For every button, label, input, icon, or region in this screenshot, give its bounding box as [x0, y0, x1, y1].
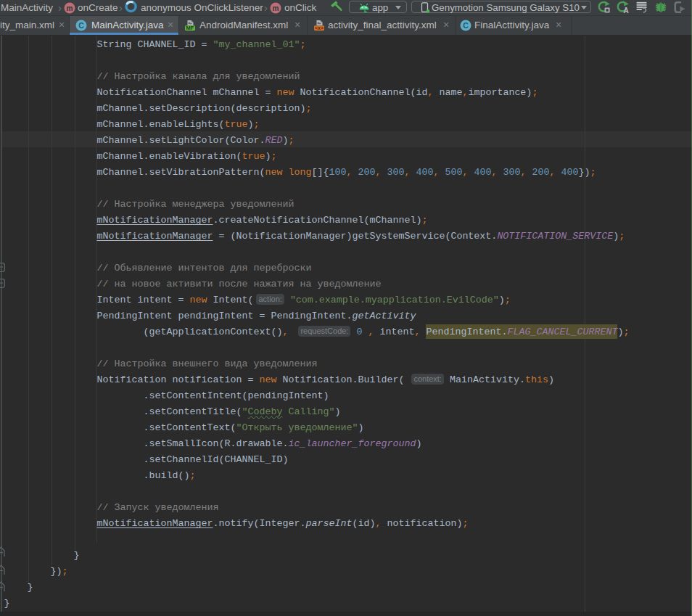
svg-text:A: A	[623, 7, 628, 14]
svg-text:C: C	[463, 21, 469, 30]
svg-text:m: m	[67, 4, 73, 12]
svg-text:MF: MF	[186, 25, 194, 31]
svg-text:m: m	[273, 4, 279, 12]
svg-text:<x>: <x>	[315, 25, 324, 30]
svg-text:C: C	[78, 21, 84, 30]
